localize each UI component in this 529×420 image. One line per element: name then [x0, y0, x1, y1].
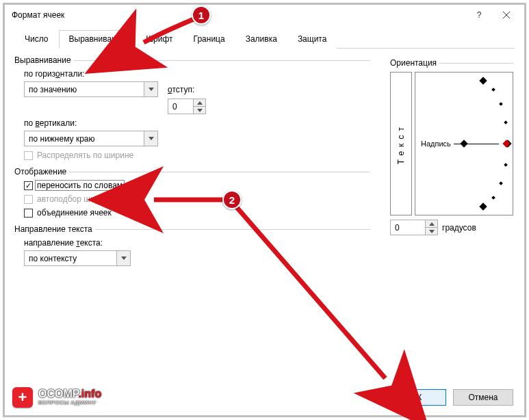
horizontal-label: по горизонтали:	[24, 69, 370, 79]
group-direction-label: Направление текста	[14, 224, 95, 234]
help-button[interactable]: ?	[465, 6, 493, 24]
group-direction: Направление текста направление текста: п…	[14, 224, 370, 266]
degrees-spinner[interactable]: 0	[390, 220, 438, 235]
group-alignment: Выравнивание по горизонтали: по значению…	[14, 55, 370, 160]
checkbox-icon	[24, 151, 33, 160]
group-alignment-label: Выравнивание	[14, 55, 74, 65]
group-display-label: Отображение	[14, 167, 69, 176]
wrap-check[interactable]: ✓ переносить по словам	[24, 181, 370, 190]
orientation-dial-label: Надпись	[421, 140, 451, 148]
direction-select[interactable]: по контексту	[24, 250, 131, 266]
autofit-label: автоподбор ширины	[37, 194, 114, 204]
annotation-marker-2: 2	[222, 190, 242, 209]
annotation-marker-1: 1	[192, 5, 211, 25]
ok-button[interactable]: ОК	[386, 389, 446, 406]
distribute-check: Распределять по ширине	[24, 150, 370, 160]
window-title: Формат ячеек	[12, 10, 465, 20]
orientation-vertical-button[interactable]: Текст	[390, 72, 412, 215]
chevron-down-icon	[116, 251, 130, 265]
logo-tagline: ВОПРОСЫ АДМИНУ	[38, 400, 101, 406]
indent-spinner[interactable]: 0	[168, 99, 206, 114]
distribute-label: Распределять по ширине	[37, 150, 133, 160]
direction-value: по контексту	[25, 254, 116, 263]
merge-label: объединение ячеек	[37, 208, 112, 218]
orientation-dial[interactable]: Надпись	[415, 72, 513, 215]
titlebar: Формат ячеек ?	[5, 5, 524, 25]
plus-icon: +	[12, 387, 33, 408]
indent-value: 0	[168, 99, 193, 114]
group-orientation-label: Ориентация	[390, 58, 439, 68]
vertical-label: по вертикали:	[24, 118, 370, 128]
orientation-vertical-text: Текст	[396, 123, 406, 164]
watermark-logo: + OCOMP.info ВОПРОСЫ АДМИНУ	[12, 387, 101, 408]
logo-brand: OCOMP	[38, 388, 78, 399]
vertical-select[interactable]: по нижнему краю	[24, 131, 158, 146]
spinner-down-icon[interactable]	[426, 228, 437, 235]
merge-check[interactable]: объединение ячеек	[24, 208, 370, 218]
tab-protection[interactable]: Защита	[287, 30, 337, 49]
tab-font[interactable]: Шрифт	[136, 30, 183, 49]
tab-number[interactable]: Число	[14, 30, 59, 49]
chevron-down-icon	[144, 82, 157, 96]
horizontal-value: по значению	[25, 85, 144, 94]
spinner-up-icon[interactable]	[194, 99, 205, 107]
spinner-down-icon[interactable]	[194, 107, 205, 114]
tab-border[interactable]: Граница	[183, 30, 235, 49]
logo-suffix: .info	[78, 388, 101, 399]
checkbox-icon	[24, 195, 33, 204]
cancel-button[interactable]: Отмена	[453, 389, 513, 406]
wrap-label: переносить по словам	[35, 180, 125, 191]
tab-alignment[interactable]: Выравнивание	[59, 30, 136, 49]
horizontal-select[interactable]: по значению	[24, 81, 158, 97]
checkbox-icon	[24, 209, 33, 218]
close-icon	[502, 11, 511, 19]
close-button[interactable]	[493, 6, 520, 24]
spinner-buttons[interactable]	[425, 220, 437, 235]
indent-label: отступ:	[168, 85, 194, 94]
chevron-down-icon	[144, 131, 157, 146]
degrees-value: 0	[391, 220, 425, 235]
spinner-up-icon[interactable]	[426, 220, 437, 228]
autofit-check: автоподбор ширины	[24, 194, 370, 204]
group-orientation: Ориентация Текст Надпись	[390, 58, 513, 235]
dialog-buttons: ОК Отмена	[386, 389, 513, 406]
tab-fill[interactable]: Заливка	[235, 30, 287, 49]
direction-label: направление текста:	[24, 238, 370, 248]
checkbox-icon: ✓	[24, 181, 33, 190]
vertical-value: по нижнему краю	[25, 134, 144, 144]
spinner-buttons[interactable]	[193, 99, 205, 114]
degrees-unit: градусов	[442, 223, 476, 233]
tabs: Число Выравнивание Шрифт Граница Заливка…	[14, 29, 515, 49]
group-display: Отображение ✓ переносить по словам автоп…	[14, 167, 370, 218]
